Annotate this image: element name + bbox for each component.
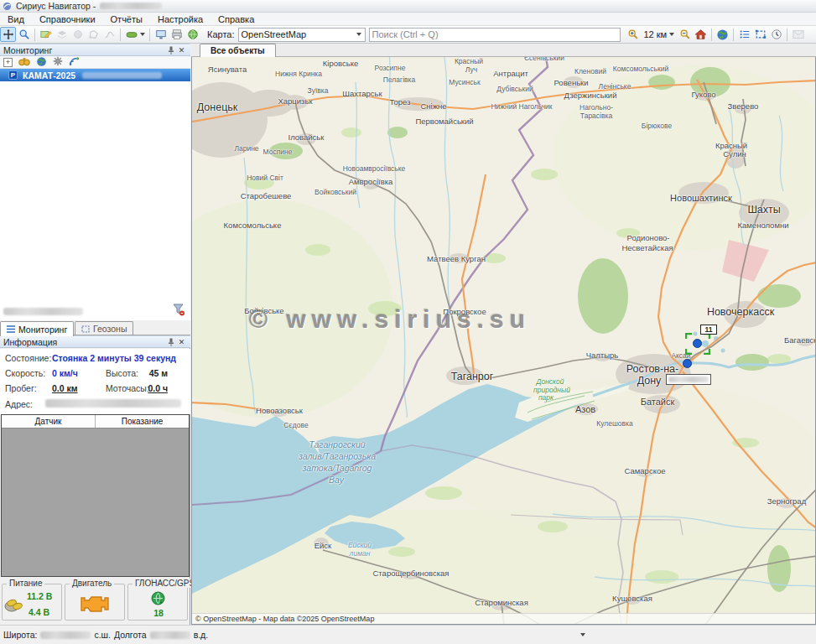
filter-button[interactable] xyxy=(172,303,185,318)
tab-geozones-label: Геозоны xyxy=(93,324,127,334)
measure-tool-button[interactable] xyxy=(123,27,147,42)
time-filter-button[interactable] xyxy=(768,27,784,42)
map-select-value: OpenStreetMap xyxy=(242,29,307,39)
search-placeholder: Поиск (Ctrl + Q) xyxy=(372,29,439,39)
height-value: 45 м xyxy=(143,368,168,378)
layers-icon xyxy=(56,29,68,40)
state-label: Состояние: xyxy=(5,353,51,363)
sensor-column-header[interactable]: Датчик xyxy=(2,415,96,428)
zoom-tool-button[interactable] xyxy=(16,27,32,42)
menu-item[interactable]: Отчёты xyxy=(103,13,150,25)
earth-view-button[interactable] xyxy=(715,27,730,42)
longitude-label: Долгота xyxy=(114,630,147,640)
list-icon xyxy=(739,29,751,40)
polyline-edit-button[interactable] xyxy=(101,27,117,42)
title-bar: Сириус Навигатор - xyxy=(0,0,816,13)
vehicle-marker-label[interactable]: 11 xyxy=(700,325,717,335)
map-select[interactable]: OpenStreetMap xyxy=(238,28,366,42)
app-icon xyxy=(3,2,12,11)
expand-tree-button[interactable]: + xyxy=(3,58,13,67)
tab-monitoring[interactable]: Мониторинг xyxy=(0,321,74,336)
sidebar: Мониторинг ✕ + P КАМАТ-2025 Мониторинг xyxy=(0,44,190,625)
vehicle-marker-secondary[interactable] xyxy=(683,359,692,368)
vehicle-name-redacted xyxy=(82,72,162,79)
settings-button[interactable] xyxy=(53,56,63,68)
find-object-button[interactable] xyxy=(18,57,30,68)
engine-icon xyxy=(80,593,112,616)
polygon-edit-button[interactable] xyxy=(86,27,101,42)
map-tab-all-objects[interactable]: Все объекты xyxy=(200,44,276,57)
chevron-down-icon xyxy=(356,33,361,36)
engine-groupbox: Двигатель xyxy=(65,584,125,621)
zoom-out-icon xyxy=(679,29,691,40)
latitude-redacted xyxy=(40,631,91,639)
magnifier-icon xyxy=(18,29,30,40)
battery-icon xyxy=(4,595,26,615)
print-button[interactable] xyxy=(169,27,185,42)
menu-item[interactable]: Справка xyxy=(210,13,262,25)
pin-panel-button[interactable] xyxy=(165,45,176,55)
monitoring-panel-header: Мониторинг ✕ xyxy=(0,44,190,56)
funnel-icon xyxy=(172,303,185,316)
map-canvas[interactable]: ЯсинуватаНижня КринкаКіровськеРозсипнеПе… xyxy=(191,57,816,625)
screens-button[interactable] xyxy=(153,27,169,42)
parking-status-icon: P xyxy=(8,70,18,80)
hours-value[interactable]: 0.0 ч xyxy=(143,383,168,393)
pan-tool-button[interactable] xyxy=(0,27,16,42)
circle-shape-icon xyxy=(72,29,84,40)
menu-item[interactable]: Справочники xyxy=(32,13,103,25)
3d-view-button[interactable] xyxy=(185,27,200,42)
selection-rect-icon xyxy=(755,29,767,40)
search-input[interactable]: Поиск (Ctrl + Q) xyxy=(369,28,621,42)
show-on-map-button[interactable] xyxy=(36,56,47,69)
close-panel-button[interactable]: ✕ xyxy=(176,337,187,347)
engine-title: Двигатель xyxy=(70,579,114,588)
statusbar-dropdown-arrow[interactable] xyxy=(580,633,585,636)
vehicle-marker[interactable] xyxy=(693,339,702,348)
tab-geozones[interactable]: Геозоны xyxy=(75,321,133,335)
menu-item[interactable]: Вид xyxy=(0,13,32,25)
pin-panel-button[interactable] xyxy=(165,337,176,347)
select-area-button[interactable] xyxy=(752,27,768,42)
monitoring-toolbar: + xyxy=(0,56,190,69)
track-list-button[interactable] xyxy=(736,27,752,42)
menu-item[interactable]: Настройка xyxy=(150,13,210,25)
power-title: Питание xyxy=(7,579,44,588)
map-select-label: Карта: xyxy=(207,29,235,39)
monitoring-list[interactable] xyxy=(0,81,190,320)
close-panel-button[interactable]: ✕ xyxy=(176,45,187,55)
new-geozone-button[interactable] xyxy=(54,27,70,42)
list-icon xyxy=(7,325,15,333)
menu-bar: ВидСправочникиОтчётыНастройкаСправка xyxy=(0,13,816,26)
edit-map-button[interactable] xyxy=(38,27,54,42)
move-geozone-button[interactable] xyxy=(70,27,86,42)
sensors-table-header[interactable]: Датчик Показание xyxy=(2,415,189,428)
app-window: Сириус Навигатор - ВидСправочникиОтчётыН… xyxy=(0,0,816,644)
mileage-label: Пробег: xyxy=(5,383,37,393)
value-column-header[interactable]: Показание xyxy=(96,415,189,428)
messages-button[interactable] xyxy=(790,27,806,42)
scale-value: 12 км xyxy=(644,29,668,39)
map-tab-label: Все объекты xyxy=(210,46,265,55)
map-panel: Все объекты xyxy=(191,44,816,625)
info-fields: Состояние: Стоянка 2 минуты 39 секунд Ск… xyxy=(0,349,190,414)
vehicle-row[interactable]: P КАМАТ-2025 xyxy=(0,69,190,81)
sensors-table: Датчик Показание xyxy=(1,414,190,577)
zoom-in-button[interactable] xyxy=(626,27,642,42)
earth-icon xyxy=(716,29,729,41)
latitude-units: с.ш. xyxy=(94,630,111,640)
scale-select[interactable]: 12 км xyxy=(642,29,678,39)
geozone-icon xyxy=(81,325,90,333)
telemetry-button[interactable] xyxy=(69,56,80,68)
zoom-out-button[interactable] xyxy=(677,27,693,42)
longitude-redacted xyxy=(150,631,190,639)
height-label: Высота: xyxy=(106,368,138,378)
monitoring-panel-title: Мониторинг xyxy=(3,45,52,55)
marker-address-redacted xyxy=(668,377,709,382)
mileage-value[interactable]: 0.0 км xyxy=(52,383,78,393)
sidebar-tabstrip: Мониторинг Геозоны xyxy=(0,320,190,335)
home-view-button[interactable] xyxy=(693,27,709,42)
info-panel-header: Информация ✕ xyxy=(0,335,190,348)
gnss-title: ГЛОНАСС/GPS xyxy=(133,579,197,588)
address-redacted xyxy=(45,399,181,408)
